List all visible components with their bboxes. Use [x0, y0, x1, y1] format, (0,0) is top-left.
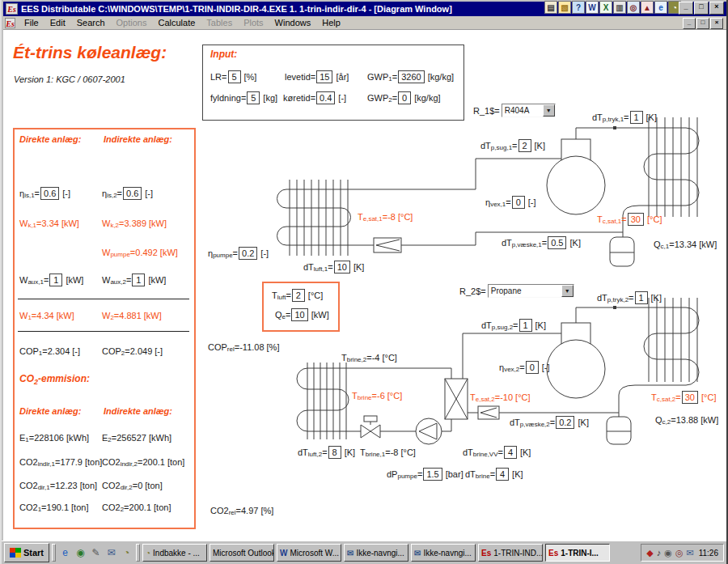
eta-pumpe-input[interactable]: 0.2 — [239, 247, 257, 260]
chevron-down-icon[interactable]: ▼ — [543, 104, 555, 117]
eta-pumpe-label: ηpumpe=0.2[-] — [208, 246, 269, 260]
eta-vex-2-input[interactable]: 0 — [526, 361, 539, 374]
task-button-indbakke[interactable]: ◔Indbakke - ... — [142, 544, 207, 562]
close-button[interactable]: × — [709, 2, 724, 15]
lr-label: LR=5[%] — [210, 70, 256, 83]
globe-icon[interactable]: ◉ — [74, 545, 87, 560]
chevron-down-icon[interactable]: ▼ — [561, 285, 574, 297]
dt-brine-vv-unit: [K] — [520, 447, 531, 457]
w-aux-1-label: Waux,1=1[kW] — [19, 273, 83, 286]
dt-brine-vv-input[interactable]: 4 — [504, 446, 517, 459]
t-brine-2-name: T — [341, 353, 347, 363]
eta-vex-1-input[interactable]: 0 — [512, 196, 525, 209]
eta-is-1-subscript: is,1 — [24, 192, 34, 199]
notes-icon[interactable]: ▤ — [544, 1, 557, 14]
dp-pumpe-unit: [bar] — [446, 469, 463, 479]
maximize-button[interactable]: □ — [694, 2, 709, 15]
dt-p-tryk-1-input[interactable]: 1 — [630, 111, 643, 124]
minimize-button[interactable]: _ — [679, 2, 693, 15]
w-aux-2-input[interactable]: 1 — [132, 274, 145, 286]
menu-windows[interactable]: Windows — [269, 17, 317, 28]
gwp-2-input[interactable]: 0 — [398, 91, 411, 104]
koeretid-input[interactable]: 0.4 — [316, 91, 335, 104]
w-k-1-label: Wk,1=3.34[kW] — [19, 216, 79, 230]
tray-icons: ◆♪◉◎✉ — [646, 548, 693, 558]
clock-icon[interactable]: ◔ — [120, 545, 133, 560]
maximize-button[interactable]: □ — [696, 18, 709, 29]
notepad-icon[interactable]: ✎ — [89, 545, 103, 560]
e-2-value: 256527 — [116, 433, 146, 443]
dt-p-vaeske-2-input[interactable]: 0.2 — [556, 416, 574, 429]
menu-search[interactable]: Search — [71, 17, 111, 28]
co2-rel-subscript: rel — [229, 509, 236, 516]
dt-p-sug-2-input[interactable]: 1 — [519, 319, 532, 332]
dt-luft-1-label: dTluft,1=10[K] — [303, 260, 364, 274]
lr-input[interactable]: 5 — [228, 70, 241, 83]
task-button-ikke-navngi[interactable]: ✉Ikke-navngi... — [411, 544, 476, 562]
t-luft-input[interactable]: 2 — [292, 289, 305, 302]
dt-p-vaeske-1-input[interactable]: 0.5 — [548, 236, 566, 249]
dp-pumpe-label: dPpumpe=1.5[bar] — [387, 467, 463, 481]
t-e-sat-1-unit: [°C] — [398, 212, 413, 222]
ie-icon[interactable]: e — [58, 545, 72, 560]
mail-icon[interactable]: ✉ — [104, 545, 118, 560]
equals-sign: = — [44, 275, 49, 285]
task-button-microsoft-w[interactable]: WMicrosoft W... — [277, 544, 341, 562]
gwp-1-input[interactable]: 3260 — [398, 70, 424, 83]
w-aux-1-input[interactable]: 1 — [49, 274, 62, 286]
task-button-1-trin-i[interactable]: Es1-TRIN-I... — [545, 544, 610, 562]
q-e-input[interactable]: 10 — [291, 308, 307, 321]
t-c-sat-2-input[interactable]: 30 — [682, 391, 698, 404]
mouse-icon[interactable]: ◉ — [664, 548, 672, 558]
mail-icon[interactable]: ✉ — [686, 548, 693, 558]
r-2-refrigerant-select[interactable]: Propane▼ — [488, 284, 574, 298]
t-c-sat-1-input[interactable]: 30 — [628, 213, 644, 226]
eta-is-1-input[interactable]: 0.6 — [40, 187, 59, 200]
dt-luft-2-subscript: luft,2 — [308, 451, 322, 458]
menu-edit[interactable]: Edit — [44, 17, 71, 28]
cop-rel-label: COPrel=-11.08[%] — [208, 340, 279, 354]
dt-brine-input[interactable]: 4 — [496, 468, 509, 481]
eta-is-1-label: ηis,1=0.6[-] — [19, 186, 70, 200]
dt-p-tryk-2-input[interactable]: 1 — [635, 291, 648, 304]
word-icon[interactable]: W — [586, 1, 599, 14]
dt-luft-2-input[interactable]: 8 — [328, 446, 341, 459]
minimize-button[interactable]: _ — [683, 18, 696, 29]
r-1-refrigerant-select[interactable]: R404A▼ — [502, 104, 556, 117]
task-button-1-trin-ind[interactable]: Es1-TRIN-IND... — [478, 544, 543, 562]
folder-icon[interactable]: ▧ — [558, 1, 571, 14]
help-icon[interactable]: ? — [572, 1, 585, 14]
task-button-ikke-navngi[interactable]: ✉Ikke-navngi... — [344, 544, 408, 562]
equals-sign: = — [222, 72, 226, 82]
equals-sign: = — [392, 93, 397, 103]
co2-indir-2-subscript: indir,2 — [121, 460, 138, 468]
t-brine-1-label: Tbrine,1=-8[°C] — [360, 445, 416, 459]
fyldning-input[interactable]: 5 — [247, 91, 260, 104]
antivirus-icon[interactable]: ◆ — [646, 548, 653, 558]
eta-is-2-input[interactable]: 0.6 — [123, 187, 142, 200]
w-pumpe-value: 0.492 — [135, 248, 158, 257]
menu-calculate[interactable]: Calculate — [152, 17, 201, 28]
dp-pumpe-input[interactable]: 1.5 — [423, 468, 442, 481]
t-brine-subscript: brine — [358, 394, 372, 401]
dt-luft-1-input[interactable]: 10 — [334, 261, 350, 274]
w-2-unit: [kW] — [144, 311, 162, 320]
excel-icon[interactable]: X — [599, 1, 612, 14]
search-icon[interactable]: ◎ — [627, 1, 640, 14]
start-button[interactable]: Start — [4, 543, 49, 562]
task-button-microsoft-outlook[interactable]: Microsoft Outlook — [210, 544, 274, 562]
access-icon[interactable]: ▲ — [641, 1, 654, 14]
display-icon[interactable]: ◎ — [675, 548, 684, 558]
menu-file[interactable]: File — [19, 17, 44, 28]
equals-sign: = — [480, 286, 485, 296]
dt-p-sug-1-input[interactable]: 2 — [518, 139, 531, 152]
close-button[interactable]: × — [710, 18, 723, 29]
ie-icon[interactable]: e — [654, 1, 667, 14]
volume-icon[interactable]: ♪ — [657, 548, 662, 558]
levetid-input[interactable]: 15 — [316, 70, 332, 83]
dt-p-tryk-2-subscript: p,tryk,2 — [607, 296, 629, 303]
card-icon[interactable]: ▥ — [613, 1, 626, 14]
menu-help[interactable]: Help — [316, 17, 346, 28]
q-e-unit: [kW] — [311, 310, 329, 320]
co2-header-text2: -emmision: — [38, 373, 90, 384]
